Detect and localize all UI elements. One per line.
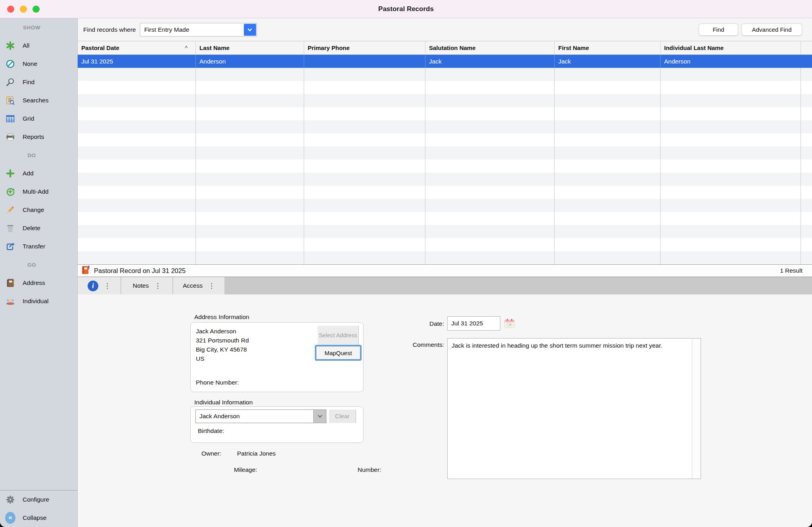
printer-icon: [5, 132, 15, 142]
cell-pastoral-date: Jul 31 2025: [78, 55, 195, 68]
trash-icon: [5, 223, 15, 233]
close-icon[interactable]: [7, 6, 14, 13]
header-scrollbar-gutter: [801, 41, 812, 54]
app-window: Pastoral Records SHOW All None: [0, 0, 812, 527]
find-field-value: First Entry Made: [140, 26, 244, 33]
sidebar: SHOW All None Find: [0, 18, 78, 527]
number-label: Number:: [358, 466, 381, 473]
address-country: US: [196, 354, 249, 363]
chevron-down-icon[interactable]: [244, 24, 256, 36]
sidebar-bottom: Configure « Collapse: [0, 490, 77, 527]
collapse-icon: «: [5, 513, 15, 523]
calendar-icon[interactable]: [504, 317, 515, 331]
address-information-box: Jack Anderson 321 Portsmouth Rd Big City…: [190, 322, 364, 392]
column-divider: [425, 68, 425, 264]
find-records-where-label: Find records where: [83, 26, 136, 33]
sidebar-item-multi-add[interactable]: Multi-Add: [0, 183, 77, 201]
sidebar-header-do: DO: [0, 146, 63, 164]
sidebar-item-grid[interactable]: Grid: [0, 110, 77, 128]
sidebar-item-individual[interactable]: Individual: [0, 292, 77, 310]
comments-field[interactable]: Jack is interested in heading up the sho…: [447, 338, 701, 479]
column-divider: [554, 68, 555, 264]
window-title: Pastoral Records: [378, 5, 434, 13]
sidebar-item-address[interactable]: Address: [0, 274, 77, 292]
advanced-find-button[interactable]: Advanced Find: [741, 23, 802, 36]
table-scrollbar-gutter[interactable]: [801, 68, 801, 264]
tab-notes[interactable]: Notes ⋮: [121, 277, 173, 294]
individual-dropdown-value: Jack Anderson: [196, 413, 313, 420]
column-header-individual-last-name[interactable]: Individual Last Name: [660, 41, 801, 54]
sidebar-item-reports[interactable]: Reports: [0, 128, 77, 146]
sort-ascending-icon: ^: [185, 45, 188, 51]
find-field-dropdown[interactable]: First Entry Made: [140, 23, 257, 37]
sidebar-item-find[interactable]: Find: [0, 73, 77, 91]
birthdate-label: Birthdate:: [198, 427, 224, 435]
zoom-icon[interactable]: [33, 6, 40, 13]
table-row-selected[interactable]: Jul 31 2025 Anderson Jack Jack Anderson: [78, 55, 812, 68]
individual-dropdown[interactable]: Jack Anderson: [195, 410, 326, 423]
sidebar-item-delete[interactable]: Delete: [0, 219, 77, 237]
date-label: Date:: [404, 320, 444, 327]
column-header-primary-phone[interactable]: Primary Phone: [304, 41, 425, 54]
sidebar-item-none[interactable]: None: [0, 55, 77, 73]
tab-menu-icon[interactable]: ⋮: [208, 283, 215, 289]
find-button[interactable]: Find: [699, 23, 738, 36]
cell-individual-last-name: Anderson: [660, 55, 801, 68]
cell-salutation-name: Jack: [425, 55, 554, 68]
individual-information-box: Jack Anderson Clear Birthdate:: [190, 406, 364, 443]
address-information-label: Address Information: [194, 314, 249, 321]
comments-scrollbar[interactable]: [692, 339, 701, 479]
sidebar-item-all[interactable]: All: [0, 37, 77, 55]
magnifier-icon: [5, 77, 15, 87]
plus-icon: [5, 168, 15, 179]
sidebar-item-add[interactable]: Add: [0, 164, 77, 183]
tab-menu-icon[interactable]: ⋮: [104, 283, 111, 289]
address-street: 321 Portsmouth Rd: [196, 336, 249, 345]
column-header-salutation-name[interactable]: Salutation Name: [425, 41, 554, 54]
column-header-last-name[interactable]: Last Name: [195, 41, 304, 54]
clear-button[interactable]: Clear: [329, 410, 356, 423]
column-header-first-name[interactable]: First Name: [554, 41, 660, 54]
detail-tab-bar: i ⋮ Notes ⋮ Access ⋮: [78, 277, 812, 294]
sidebar-item-searches[interactable]: Searches: [0, 91, 77, 110]
prohibition-icon: [5, 59, 15, 69]
find-toolbar: Find records where First Entry Made Find…: [78, 18, 812, 41]
mapquest-focus-ring: MapQuest: [315, 345, 362, 361]
comments-label: Comments:: [404, 341, 444, 348]
sidebar-header-show: SHOW: [0, 18, 63, 37]
address-book-icon: [5, 278, 15, 288]
address-name: Jack Anderson: [196, 327, 249, 336]
sidebar-item-collapse[interactable]: « Collapse: [0, 509, 77, 527]
phone-number-label: Phone Number:: [196, 379, 239, 386]
address-block: Jack Anderson 321 Portsmouth Rd Big City…: [196, 327, 249, 363]
result-count: 1 Result: [780, 267, 802, 274]
transfer-icon: [5, 241, 15, 252]
person-icon: [5, 296, 15, 306]
sidebar-item-transfer[interactable]: Transfer: [0, 237, 77, 256]
select-address-button[interactable]: Select Address: [318, 326, 359, 345]
address-city: Big City, KY 45678: [196, 345, 249, 354]
mileage-label: Mileage:: [234, 466, 257, 473]
column-divider: [660, 68, 661, 264]
column-header-pastoral-date[interactable]: Pastoral Date ^: [78, 41, 195, 54]
minimize-icon[interactable]: [20, 6, 27, 13]
record-title: Pastoral Record on Jul 31 2025: [94, 267, 186, 275]
gear-icon: [5, 494, 15, 505]
grid-icon: [5, 113, 15, 124]
results-table: Pastoral Date ^ Last Name Primary Phone …: [78, 41, 812, 265]
tab-menu-icon[interactable]: ⋮: [154, 283, 161, 289]
table-body: Jul 31 2025 Anderson Jack Jack Anderson: [78, 55, 812, 264]
multi-add-icon: [5, 187, 15, 197]
tab-access[interactable]: Access ⋮: [173, 277, 225, 294]
date-field[interactable]: Jul 31 2025: [447, 316, 500, 331]
chevron-down-icon[interactable]: [313, 410, 326, 423]
traffic-lights: [7, 0, 40, 18]
record-header-bar: Pastoral Record on Jul 31 2025 1 Result: [78, 265, 812, 277]
mapquest-button[interactable]: MapQuest: [316, 346, 360, 360]
sidebar-item-configure[interactable]: Configure: [0, 490, 77, 509]
sidebar-item-change[interactable]: Change: [0, 201, 77, 219]
table-header-row: Pastoral Date ^ Last Name Primary Phone …: [78, 41, 812, 55]
tab-info[interactable]: i ⋮: [78, 277, 121, 294]
sidebar-header-go: GO: [0, 256, 63, 274]
info-icon: i: [88, 281, 98, 291]
